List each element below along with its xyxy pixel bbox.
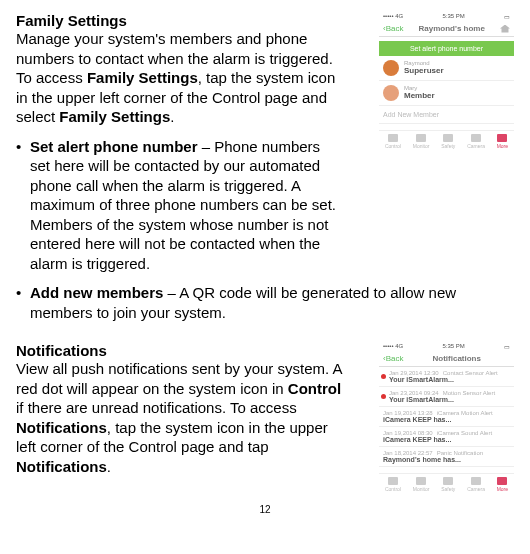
notification-row[interactable]: Jan 18,2014 22:57Panic Notification Raym… [379, 447, 514, 467]
member-row-mary[interactable]: Mary Member [379, 81, 514, 106]
family-heading: Family Settings [16, 12, 346, 29]
monitor-icon [416, 477, 426, 485]
text-run-bold: Notifications [16, 419, 107, 436]
camera-icon [471, 477, 481, 485]
navbar: ‹Back Raymond's home [379, 21, 514, 37]
tab-camera[interactable]: Camera [467, 477, 485, 492]
family-text-column: Family Settings Manage your system's mem… [16, 12, 346, 127]
signal-text: ••••• 4G [383, 343, 403, 350]
navbar-title: Raymond's home [419, 24, 485, 33]
text-run-bold: Add new members [30, 284, 163, 301]
text-run-bold: Family Settings [59, 108, 170, 125]
avatar [383, 85, 399, 101]
family-settings-section: ••••• 4G 5:35 PM ▭ ‹Back Raymond's home … [16, 12, 514, 322]
family-intro: Manage your system's members and phone n… [16, 29, 346, 127]
family-settings-screenshot: ••••• 4G 5:35 PM ▭ ‹Back Raymond's home … [379, 12, 514, 150]
signal-text: ••••• 4G [383, 13, 403, 20]
back-label: Back [386, 24, 404, 33]
notifications-screenshot: ••••• 4G 5:35 PM ▭ ‹Back Notifications J… [379, 342, 514, 493]
control-icon [388, 477, 398, 485]
text-run: . [170, 108, 174, 125]
tab-label: More [497, 486, 508, 492]
text-run-bold: Control [288, 380, 341, 397]
tab-label: Safety [441, 486, 455, 492]
statusbar: ••••• 4G 5:35 PM ▭ [379, 342, 514, 351]
page-number: 12 [16, 504, 514, 515]
notif-msg: Your iSmartAlarm... [389, 376, 510, 383]
tab-safety[interactable]: Safety [441, 477, 455, 492]
bullet-set-alert: Set alert phone number – Phone numbers s… [16, 137, 514, 274]
more-icon [497, 477, 507, 485]
battery-icon: ▭ [504, 343, 510, 350]
back-label: Back [386, 354, 404, 363]
back-button[interactable]: ‹Back [383, 354, 403, 363]
text-run: if there are unread notifications. To ac… [16, 399, 297, 416]
notification-row[interactable]: Jan 29,2014 12:30Contact Sensor Alert Yo… [379, 367, 514, 387]
bullet-add-members: Add new members – A QR code will be gene… [16, 283, 514, 322]
navbar: ‹Back Notifications [379, 351, 514, 367]
notif-msg: iCamera KEEP has... [383, 436, 510, 443]
tab-label: Control [385, 486, 401, 492]
notification-row[interactable]: Jan 19,2014 08:30iCamera Sound Alert iCa… [379, 427, 514, 447]
tab-label: Camera [467, 486, 485, 492]
tab-control[interactable]: Control [385, 477, 401, 492]
member-role: Member [404, 92, 435, 101]
notification-row[interactable]: Jan 23,2014 09:24Motion Sensor Alert You… [379, 387, 514, 407]
text-run-bold: Notifications [16, 458, 107, 475]
unread-dot-icon [381, 374, 386, 379]
avatar [383, 60, 399, 76]
set-alert-phone-button[interactable]: Set alert phone number [379, 41, 514, 56]
notifications-text-column: Notifications View all push notification… [16, 342, 346, 476]
notification-row[interactable]: Jan 19,2014 13:28iCamera Motion Alert iC… [379, 407, 514, 427]
notif-msg: Your iSmartAlarm... [389, 396, 510, 403]
unread-dot-icon [381, 394, 386, 399]
battery-icon: ▭ [504, 13, 510, 20]
tabbar: Control Monitor Safety Camera More [379, 473, 514, 493]
clock-text: 5:35 PM [442, 13, 464, 20]
text-run-bold: Family Settings [87, 69, 198, 86]
member-info: Mary Member [404, 85, 435, 100]
notifications-section: ••••• 4G 5:35 PM ▭ ‹Back Notifications J… [16, 342, 514, 476]
text-run: – Phone numbers set here will be contact… [30, 138, 336, 272]
home-icon[interactable] [500, 25, 510, 33]
clock-text: 5:35 PM [442, 343, 464, 350]
tab-more[interactable]: More [497, 477, 508, 492]
family-bullets: Set alert phone number – Phone numbers s… [16, 137, 514, 323]
text-run: . [107, 458, 111, 475]
member-row-raymond[interactable]: Raymond Superuser [379, 56, 514, 81]
tab-label: Monitor [413, 486, 430, 492]
add-member-button[interactable]: Add New Member [379, 106, 514, 124]
tab-monitor[interactable]: Monitor [413, 477, 430, 492]
navbar-title: Notifications [433, 354, 481, 363]
member-role: Superuser [404, 67, 444, 76]
safety-icon [443, 477, 453, 485]
back-button[interactable]: ‹Back [383, 24, 403, 33]
notif-msg: iCamera KEEP has... [383, 416, 510, 423]
notif-msg: Raymond's home has... [383, 456, 510, 463]
text-run-bold: Set alert phone number [30, 138, 198, 155]
statusbar: ••••• 4G 5:35 PM ▭ [379, 12, 514, 21]
notifications-paragraph: View all push notifications sent by your… [16, 359, 346, 476]
member-info: Raymond Superuser [404, 60, 444, 75]
notifications-heading: Notifications [16, 342, 346, 359]
